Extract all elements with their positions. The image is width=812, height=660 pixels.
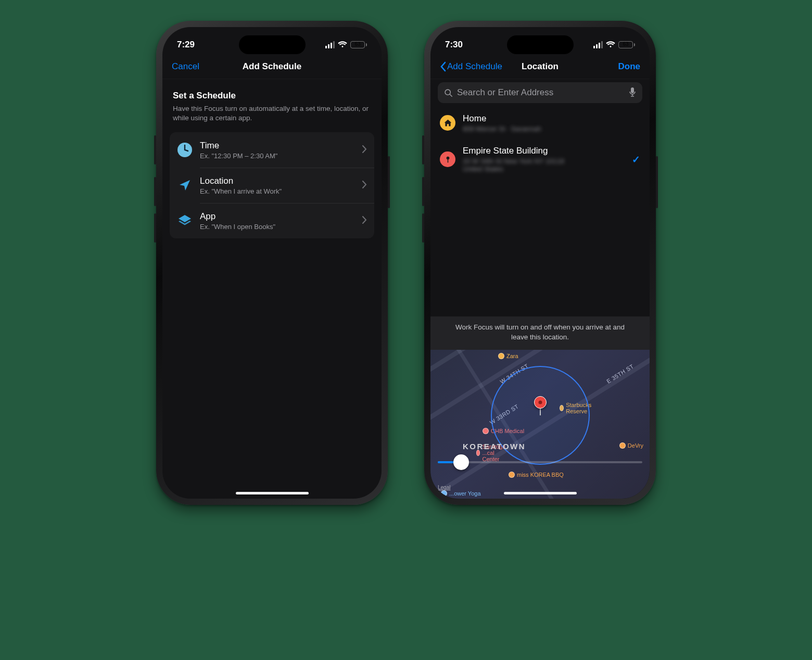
option-time-sub: Ex. "12:30 PM – 2:30 AM" [200, 152, 355, 160]
section-subtitle: Have this Focus turn on automatically at… [173, 104, 371, 123]
battery-icon: 63 [350, 41, 367, 48]
pin-icon [440, 151, 455, 167]
dynamic-island [507, 35, 574, 54]
home-icon [440, 115, 455, 131]
checkmark-icon: ✓ [632, 154, 640, 166]
poi-devry: DeVry [619, 442, 643, 449]
location-arrow-icon [177, 177, 193, 193]
status-time: 7:30 [445, 40, 463, 50]
svg-point-3 [446, 156, 449, 159]
status-time: 7:29 [177, 40, 195, 50]
map-view[interactable]: W 34TH ST W 33RD ST E 35TH ST Zara Starb… [430, 350, 650, 499]
location-result-empire[interactable]: Empire State Building 20 W 34th St New Y… [430, 139, 650, 179]
section-title: Set a Schedule [173, 91, 371, 101]
cancel-button[interactable]: Cancel [172, 61, 199, 72]
svg-rect-2 [631, 87, 634, 93]
phone-left: 7:29 63 Cancel Add Schedule Set a Schedu… [156, 21, 388, 505]
poi-yoga: ...ower Yoga [441, 490, 481, 497]
result-address: 20 W 34th St New York NY 10118 United St… [463, 157, 625, 173]
dynamic-island [239, 35, 306, 54]
dictation-button[interactable] [629, 87, 636, 99]
cellular-icon [593, 41, 603, 48]
search-placeholder: Search or Enter Address [457, 87, 625, 98]
nav-bar: Cancel Add Schedule [162, 55, 382, 79]
wifi-icon [606, 41, 615, 48]
option-app-sub: Ex. "When I open Books" [200, 223, 355, 231]
option-location-sub: Ex. "When I arrive at Work" [200, 187, 355, 195]
wifi-icon [338, 41, 347, 48]
option-time-title: Time [200, 141, 355, 151]
phone-right: 7:30 63 Add Schedule Location Done Searc [424, 21, 656, 505]
location-result-home[interactable]: Home 609 Mercer St · Savannah [430, 106, 650, 139]
home-indicator[interactable] [236, 492, 309, 494]
option-time[interactable]: Time Ex. "12:30 PM – 2:30 AM" [170, 132, 374, 168]
map-pin [534, 396, 547, 415]
app-stack-icon [177, 213, 193, 229]
option-location-title: Location [200, 176, 355, 186]
result-address: 609 Mercer St · Savannah [463, 125, 640, 133]
option-app-title: App [200, 211, 355, 222]
battery-icon: 63 [618, 41, 635, 48]
poi-zara: Zara [498, 353, 518, 359]
search-input[interactable]: Search or Enter Address [438, 82, 642, 103]
location-results: Home 609 Mercer St · Savannah Empire Sta… [430, 106, 650, 179]
home-indicator[interactable] [504, 492, 577, 494]
nav-bar: Add Schedule Location Done [430, 55, 650, 79]
option-app[interactable]: App Ex. "When I open Books" [170, 203, 374, 238]
chevron-right-icon [362, 145, 367, 155]
done-button[interactable]: Done [618, 61, 641, 72]
back-button[interactable]: Add Schedule [440, 61, 502, 72]
clock-icon [177, 142, 193, 158]
chevron-right-icon [362, 216, 367, 226]
svg-rect-4 [447, 159, 448, 162]
svg-point-1 [445, 90, 450, 95]
search-icon [444, 88, 453, 97]
result-title: Home [463, 113, 640, 124]
radius-slider[interactable] [430, 452, 650, 473]
cellular-icon [325, 41, 335, 48]
map-legal-link[interactable]: Legal [438, 485, 450, 490]
map-info-text: Work Focus will turn on and off when you… [430, 316, 650, 350]
option-location[interactable]: Location Ex. "When I arrive at Work" [170, 168, 374, 203]
chevron-right-icon [362, 181, 367, 191]
schedule-options-group: Time Ex. "12:30 PM – 2:30 AM" Location E… [170, 132, 374, 238]
neighborhood-label: KOREATOWN [463, 442, 526, 451]
result-title: Empire State Building [463, 146, 625, 156]
